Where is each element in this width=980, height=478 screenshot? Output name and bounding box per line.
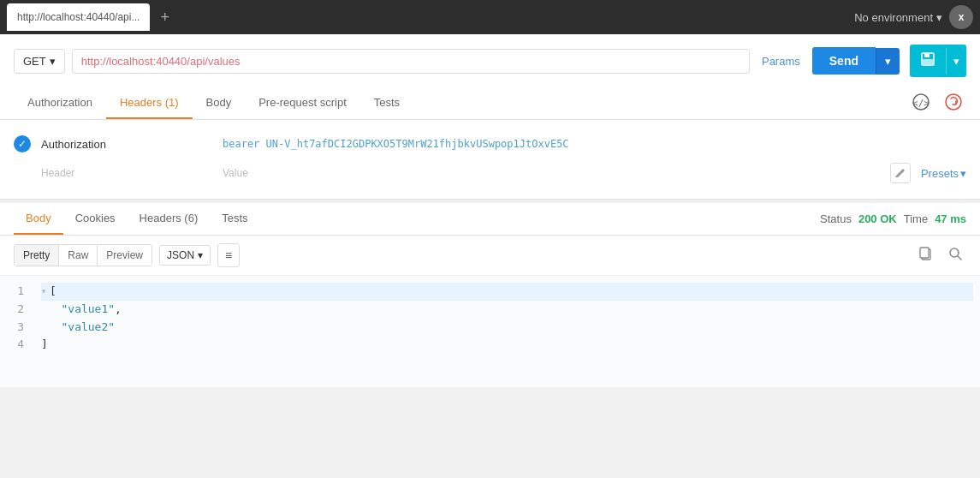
auth-section: ✓ Authorization bearer UN-V_ht7afDCI2GDP… <box>0 120 980 199</box>
active-tab[interactable]: http://localhost:40440/api... <box>7 3 150 31</box>
line-number: 3 <box>10 319 24 337</box>
save-button[interactable] <box>910 45 946 77</box>
presets-button[interactable]: Presets ▾ <box>921 167 966 180</box>
code-line-4: ] <box>41 336 973 354</box>
url-input[interactable] <box>72 49 750 74</box>
reset-icon <box>944 93 963 111</box>
svg-rect-7 <box>920 248 929 258</box>
auth-value: bearer UN-V_ht7afDCI2GDPKXO5T9MrW21fhjbk… <box>223 138 966 150</box>
pencil-icon <box>895 168 906 178</box>
top-right-controls: No environment ▾ x <box>854 5 973 29</box>
url-bar: GET ▾ Params Send ▾ ▾ <box>0 34 980 87</box>
send-button[interactable]: Send <box>812 47 876 75</box>
save-group: ▾ <box>910 45 966 77</box>
format-selector[interactable]: JSON ▾ <box>159 245 211 266</box>
auth-checkbox[interactable]: ✓ <box>14 135 31 152</box>
tab-body[interactable]: Body <box>193 87 246 119</box>
env-chevron-icon: ▾ <box>936 11 942 24</box>
view-pretty-button[interactable]: Pretty <box>15 245 59 266</box>
tab-headers[interactable]: Headers (1) <box>106 87 193 119</box>
tab-authorization[interactable]: Authorization <box>14 87 106 119</box>
tab-tests[interactable]: Tests <box>360 87 413 119</box>
format-chevron-icon: ▾ <box>198 249 203 261</box>
request-panel: GET ▾ Params Send ▾ ▾ Au <box>0 34 980 200</box>
code-line-3: "value2" <box>41 319 973 337</box>
header-input-row: Header Value Presets ▾ <box>41 158 966 188</box>
format-bar-right <box>915 242 966 268</box>
response-tabs-bar: Body Cookies Headers (6) Tests Status 20… <box>0 203 980 236</box>
method-selector[interactable]: GET ▾ <box>14 49 65 74</box>
fold-button-1[interactable]: ▾ <box>41 284 46 298</box>
response-panel: Body Cookies Headers (6) Tests Status 20… <box>0 203 980 387</box>
method-label: GET <box>23 55 46 68</box>
code-icon-button[interactable]: </> <box>908 89 934 118</box>
code-icon: </> <box>912 93 930 111</box>
send-dropdown-button[interactable]: ▾ <box>876 48 900 75</box>
value-placeholder: Value <box>223 167 880 179</box>
presets-chevron-icon: ▾ <box>960 167 966 180</box>
svg-rect-2 <box>923 59 933 64</box>
add-tab-button[interactable]: + <box>157 5 173 30</box>
code-line-2: "value1", <box>41 301 973 319</box>
copy-button[interactable] <box>915 242 937 268</box>
indent-icon: ≡ <box>225 248 232 262</box>
request-tabs: Authorization Headers (1) Body Pre-reque… <box>0 87 980 120</box>
svg-line-9 <box>958 256 961 260</box>
format-bar: Pretty Raw Preview JSON ▾ ≡ <box>0 236 980 276</box>
view-raw-button[interactable]: Raw <box>59 245 98 266</box>
search-button[interactable] <box>944 242 966 268</box>
send-group: Send ▾ <box>812 47 900 75</box>
code-bracket-open: [ <box>50 283 56 301</box>
svg-text:</>: </> <box>912 97 930 108</box>
code-line-1: ▾ [ <box>41 283 973 301</box>
top-bar: http://localhost:40440/api... + No envir… <box>0 0 980 34</box>
time-value: 47 ms <box>935 212 966 225</box>
line-number: 2 <box>10 301 24 319</box>
resp-tab-body[interactable]: Body <box>14 203 63 235</box>
save-chevron-icon: ▾ <box>953 55 959 68</box>
auth-row: ✓ Authorization bearer UN-V_ht7afDCI2GDP… <box>14 130 966 158</box>
code-lines: ▾ [ "value1", "value2" ] <box>34 283 980 380</box>
header-placeholder: Header <box>41 167 212 179</box>
indent-button[interactable]: ≡ <box>217 243 240 267</box>
line-number: 1 <box>10 283 24 301</box>
save-icon <box>920 51 935 67</box>
code-value-1: "value1" <box>61 301 115 319</box>
time-label: Time <box>904 212 928 225</box>
tab-pre-request-script[interactable]: Pre-request script <box>245 87 360 119</box>
resp-tab-tests[interactable]: Tests <box>210 203 259 235</box>
avatar[interactable]: x <box>949 5 973 29</box>
resp-tab-cookies[interactable]: Cookies <box>63 203 128 235</box>
resp-tab-headers[interactable]: Headers (6) <box>128 203 211 235</box>
code-area: 1 2 3 4 ▾ [ "value1", "value2" ] <box>0 276 980 387</box>
status-value: 200 OK <box>858 212 897 225</box>
environment-selector[interactable]: No environment ▾ <box>854 11 942 24</box>
auth-label: Authorization <box>41 138 212 151</box>
code-value-2: "value2" <box>61 319 115 337</box>
copy-icon <box>918 246 934 261</box>
search-icon <box>947 246 963 261</box>
method-chevron-icon: ▾ <box>50 55 56 68</box>
status-info: Status 200 OK Time 47 ms <box>820 212 966 225</box>
save-dropdown-button[interactable]: ▾ <box>946 48 966 75</box>
params-button[interactable]: Params <box>757 50 805 73</box>
status-label: Status <box>820 212 852 225</box>
svg-point-5 <box>946 94 961 110</box>
view-preview-button[interactable]: Preview <box>98 245 151 266</box>
svg-rect-1 <box>924 53 930 57</box>
line-numbers: 1 2 3 4 <box>0 283 34 380</box>
line-number: 4 <box>10 336 24 354</box>
code-bracket-close: ] <box>41 336 48 354</box>
code-action-buttons: </> <box>908 89 966 118</box>
request-tabs-list: Authorization Headers (1) Body Pre-reque… <box>14 87 413 119</box>
format-label: JSON <box>167 249 194 261</box>
send-chevron-icon: ▾ <box>885 55 891 68</box>
edit-button[interactable] <box>890 163 911 183</box>
view-group: Pretty Raw Preview <box>14 244 152 266</box>
reset-icon-button[interactable] <box>941 89 966 118</box>
